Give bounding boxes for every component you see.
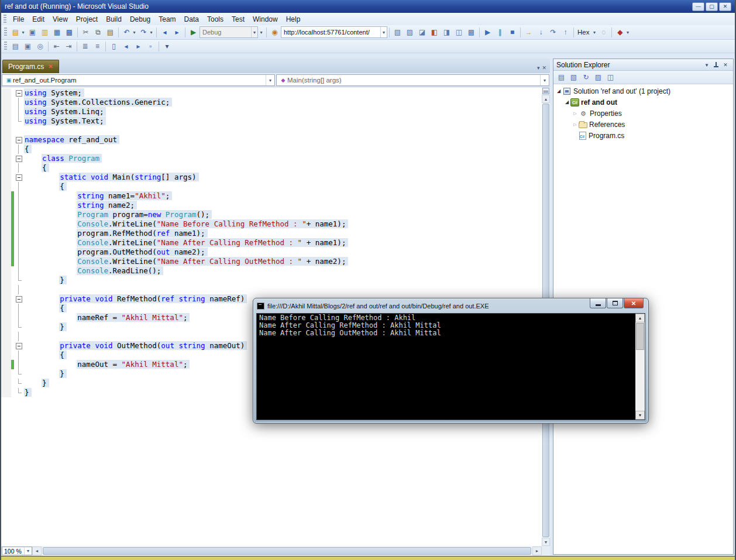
menu-file[interactable]: File bbox=[9, 13, 28, 25]
code-text[interactable]: Program program=new Program(); bbox=[24, 210, 542, 219]
members-dropdown[interactable]: ◆ Main(string[] args) ▾ bbox=[276, 74, 549, 86]
add-item-icon[interactable]: ▣ bbox=[26, 26, 39, 38]
dropdown-arrow-icon[interactable]: ▾ bbox=[591, 26, 597, 38]
breakpoint-margin[interactable] bbox=[1, 379, 11, 388]
copy-icon[interactable]: ⧉ bbox=[92, 26, 104, 38]
dropdown-arrow-icon[interactable]: ▾ bbox=[266, 75, 274, 85]
console-maximize-button[interactable] bbox=[607, 298, 623, 308]
console-scroll-down-icon[interactable]: ▼ bbox=[635, 411, 645, 420]
continue-icon[interactable]: ▶ bbox=[482, 26, 494, 38]
stop-debugging-icon[interactable]: ■ bbox=[506, 26, 518, 38]
menu-tools[interactable]: Tools bbox=[203, 13, 228, 25]
toggle-bookmark-icon[interactable]: ▯ bbox=[108, 40, 120, 52]
scroll-right-icon[interactable]: ► bbox=[532, 547, 542, 555]
fold-collapse-icon[interactable] bbox=[14, 88, 24, 98]
code-snippet-icon[interactable]: ▣ bbox=[22, 40, 34, 52]
breakpoint-margin[interactable] bbox=[1, 173, 11, 182]
breakpoint-margin[interactable] bbox=[1, 107, 11, 116]
tab-close-icon[interactable]: ✕ bbox=[48, 64, 53, 70]
zoom-dropdown[interactable]: 100 % ▾ bbox=[2, 547, 32, 555]
menu-project[interactable]: Project bbox=[72, 13, 102, 25]
breakpoint-margin[interactable] bbox=[1, 360, 11, 369]
step-over-icon[interactable]: ↷ bbox=[547, 26, 559, 38]
breakpoint-margin[interactable] bbox=[1, 182, 11, 191]
tree-expanded-arrow-icon[interactable]: ◢ bbox=[555, 88, 562, 94]
breakpoint-margin[interactable] bbox=[1, 229, 11, 238]
code-text[interactable]: { bbox=[24, 145, 542, 154]
previous-bookmark-icon[interactable]: ◂ bbox=[120, 40, 132, 52]
code-text[interactable]: using System.Collections.Generic; bbox=[24, 98, 542, 107]
menu-view[interactable]: View bbox=[49, 13, 72, 25]
tree-collapsed-arrow-icon[interactable]: ▷ bbox=[572, 122, 579, 127]
dropdown-arrow-icon[interactable]: ▾ bbox=[624, 26, 631, 38]
breakpoint-margin[interactable] bbox=[1, 135, 11, 145]
close-panel-icon[interactable]: ✕ bbox=[721, 60, 730, 70]
types-dropdown[interactable]: ▣ ref_and_out.Program ▾ bbox=[2, 74, 275, 86]
format-document-icon[interactable]: ▤ bbox=[9, 40, 22, 52]
breakpoint-margin[interactable] bbox=[1, 210, 11, 219]
horizontal-scroll-track[interactable] bbox=[42, 547, 532, 555]
toolbar-options-dropdown-icon[interactable]: ▾ bbox=[161, 40, 173, 52]
console-scroll-up-icon[interactable]: ▲ bbox=[635, 314, 645, 322]
breakpoint-margin[interactable] bbox=[1, 145, 11, 154]
code-text[interactable]: program.OutMethod(out name2); bbox=[24, 248, 542, 257]
code-text[interactable]: using System.Linq; bbox=[24, 107, 542, 116]
breakpoint-margin[interactable] bbox=[1, 248, 11, 257]
fold-collapse-icon[interactable] bbox=[14, 173, 24, 182]
menu-help[interactable]: Help bbox=[282, 13, 305, 25]
code-text[interactable]: { bbox=[24, 182, 542, 191]
fold-collapse-icon[interactable] bbox=[14, 341, 24, 351]
tree-collapsed-arrow-icon[interactable]: ▷ bbox=[572, 111, 579, 116]
browse-with-icon[interactable]: ◉ bbox=[269, 26, 281, 38]
breakpoint-margin[interactable] bbox=[1, 163, 11, 173]
open-file-icon[interactable]: ▥ bbox=[39, 26, 51, 38]
code-text[interactable]: } bbox=[24, 276, 542, 285]
breakpoint-margin[interactable] bbox=[1, 191, 11, 201]
solution-explorer-icon[interactable]: ▧ bbox=[391, 26, 404, 38]
code-text[interactable]: static void Main(string[] args) bbox=[24, 173, 542, 182]
split-window-handle[interactable] bbox=[542, 88, 549, 94]
minimize-button[interactable]: — bbox=[692, 2, 704, 11]
code-text[interactable]: Console.WriteLine("Name After Calling Ou… bbox=[24, 257, 542, 266]
dropdown-arrow-icon[interactable]: ▾ bbox=[380, 27, 387, 37]
tree-item-program-cs[interactable]: Program.cs bbox=[553, 130, 733, 141]
refresh-icon[interactable]: ↻ bbox=[580, 71, 592, 83]
toolbox-icon[interactable]: ◪ bbox=[416, 26, 428, 38]
active-files-dropdown-icon[interactable]: ▾ bbox=[537, 65, 540, 71]
menu-window[interactable]: Window bbox=[249, 13, 282, 25]
code-text[interactable]: Console.WriteLine("Name After Calling Re… bbox=[24, 238, 542, 248]
view-class-diagram-icon[interactable]: ◫ bbox=[604, 71, 617, 83]
code-text[interactable]: string name2; bbox=[24, 201, 542, 210]
fold-collapse-icon[interactable] bbox=[14, 294, 24, 304]
code-text[interactable]: string name1="Akhil"; bbox=[24, 191, 542, 201]
breakpoint-margin[interactable] bbox=[1, 88, 11, 98]
error-list-icon[interactable]: ◧ bbox=[428, 26, 441, 38]
increase-indent-icon[interactable]: ⇥ bbox=[63, 40, 75, 52]
breakpoint-margin[interactable] bbox=[1, 154, 11, 163]
go-to-definition-icon[interactable]: ◎ bbox=[34, 40, 46, 52]
code-text[interactable]: using System.Text; bbox=[24, 116, 542, 126]
breakpoint-margin[interactable] bbox=[1, 201, 11, 210]
window-position-dropdown-icon[interactable]: ▾ bbox=[702, 60, 711, 70]
step-into-icon[interactable]: ↓ bbox=[535, 26, 547, 38]
dropdown-arrow-icon[interactable]: ▾ bbox=[20, 26, 26, 38]
breakpoint-margin[interactable] bbox=[1, 313, 11, 322]
breakpoint-margin[interactable] bbox=[1, 369, 11, 379]
code-text[interactable]: namespace ref_and_out bbox=[24, 135, 542, 145]
console-output[interactable]: Name Before Calling RefMethod : AkhilNam… bbox=[257, 314, 635, 420]
decrease-indent-icon[interactable]: ⇤ bbox=[50, 40, 63, 52]
breakpoint-margin[interactable] bbox=[1, 257, 11, 266]
horizontal-scroll-thumb[interactable] bbox=[43, 547, 531, 555]
console-scroll-track[interactable] bbox=[635, 322, 645, 411]
breakpoint-margin[interactable] bbox=[1, 266, 11, 276]
auto-hide-pin-icon[interactable] bbox=[711, 60, 721, 70]
scroll-up-icon[interactable]: ▲ bbox=[542, 95, 550, 103]
url-combo[interactable]: http://localhost:57761/content/▾ bbox=[281, 26, 387, 38]
fold-collapse-icon[interactable] bbox=[14, 135, 24, 145]
navigate-forward-icon[interactable]: ▸ bbox=[171, 26, 183, 38]
break-all-icon[interactable]: ∥ bbox=[494, 26, 506, 38]
show-all-files-icon[interactable]: ▧ bbox=[568, 71, 580, 83]
navigate-backward-icon[interactable]: ◂ bbox=[159, 26, 171, 38]
scroll-down-icon[interactable]: ▼ bbox=[542, 538, 550, 546]
tab-program-cs[interactable]: Program.cs ✕ bbox=[2, 60, 59, 73]
